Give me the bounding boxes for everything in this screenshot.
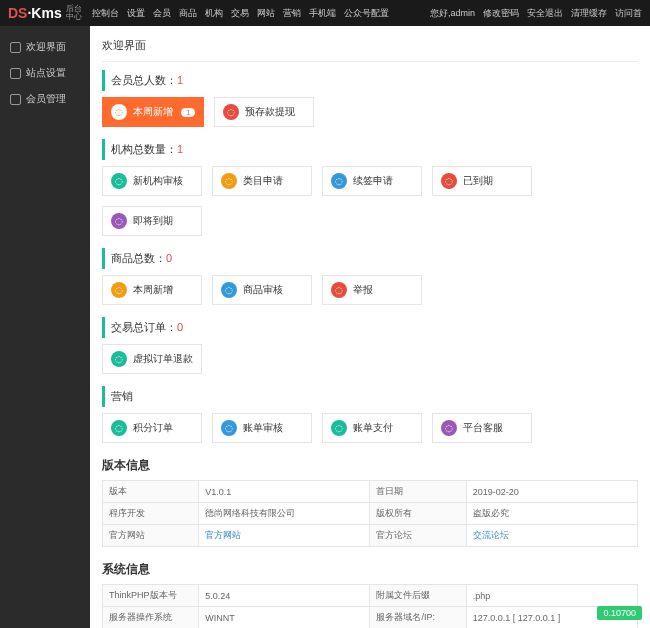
tile-账单支付[interactable]: ◌账单支付 <box>322 413 422 443</box>
logout-link[interactable]: 安全退出 <box>527 7 563 20</box>
main: 欢迎界面 会员总人数：1◌本周新增1◌预存款提现机构总数量：1◌新机构审核◌类目… <box>90 26 650 628</box>
tile-续签申请[interactable]: ◌续签申请 <box>322 166 422 196</box>
top-nav: 控制台设置会员商品机构交易网站营销手机端公众号配置 <box>92 7 430 20</box>
tile-icon: ◌ <box>221 173 237 189</box>
tile-icon: ◌ <box>441 420 457 436</box>
tile-label: 平台客服 <box>463 421 503 435</box>
tile-icon: ◌ <box>111 282 127 298</box>
tile-icon: ◌ <box>111 420 127 436</box>
nav-设置[interactable]: 设置 <box>127 7 145 20</box>
tile-label: 新机构审核 <box>133 174 183 188</box>
tile-即将到期[interactable]: ◌即将到期 <box>102 206 202 236</box>
section-marketing: 营销◌积分订单◌账单审核◌账单支付◌平台客服 <box>102 386 638 443</box>
page-title: 欢迎界面 <box>102 34 638 62</box>
info-key: 官方论坛 <box>370 525 466 547</box>
sidebar-item[interactable]: 站点设置 <box>0 60 90 86</box>
info-value: WINNT <box>199 607 370 629</box>
logo: DS·Kms <box>8 5 62 21</box>
sidebar-item[interactable]: 欢迎界面 <box>0 34 90 60</box>
perf-badge: 0.10700 <box>597 606 642 620</box>
section-header: 商品总数：0 <box>102 248 638 269</box>
tile-icon: ◌ <box>111 213 127 229</box>
tile-icon: ◌ <box>223 104 239 120</box>
info-key: ThinkPHP版本号 <box>103 585 199 607</box>
info-value: 2019-02-20 <box>466 481 637 503</box>
tile-虚拟订单退款[interactable]: ◌虚拟订单退款 <box>102 344 202 374</box>
section-orgs: 机构总数量：1◌新机构审核◌类目申请◌续签申请◌已到期◌即将到期 <box>102 139 638 236</box>
tile-商品审核[interactable]: ◌商品审核 <box>212 275 312 305</box>
tile-icon: ◌ <box>111 104 127 120</box>
section-header: 营销 <box>102 386 638 407</box>
info-value: 德尚网络科技有限公司 <box>199 503 370 525</box>
nav-控制台[interactable]: 控制台 <box>92 7 119 20</box>
section-goods: 商品总数：0◌本周新增◌商品审核◌举报 <box>102 248 638 305</box>
hello-user: 您好,admin <box>430 7 475 20</box>
badge: 1 <box>181 108 195 117</box>
top-right: 您好,admin 修改密码 安全退出 清理缓存 访问首 <box>430 7 642 20</box>
nav-网站[interactable]: 网站 <box>257 7 275 20</box>
system-table: ThinkPHP版本号5.0.24附属文件后缀.php服务器操作系统WINNT服… <box>102 584 638 628</box>
tile-icon: ◌ <box>331 173 347 189</box>
nav-机构[interactable]: 机构 <box>205 7 223 20</box>
tile-本周新增[interactable]: ◌本周新增 <box>102 275 202 305</box>
info-value: 官方网站 <box>199 525 370 547</box>
section-orders: 交易总订单：0◌虚拟订单退款 <box>102 317 638 374</box>
tile-label: 商品审核 <box>243 283 283 297</box>
nav-营销[interactable]: 营销 <box>283 7 301 20</box>
nav-公众号配置[interactable]: 公众号配置 <box>344 7 389 20</box>
info-key: 服务器操作系统 <box>103 607 199 629</box>
tile-icon: ◌ <box>111 173 127 189</box>
tile-label: 举报 <box>353 283 373 297</box>
tile-icon: ◌ <box>111 351 127 367</box>
nav-交易[interactable]: 交易 <box>231 7 249 20</box>
info-value: V1.0.1 <box>199 481 370 503</box>
logo-sub: 后台中心 <box>66 5 82 21</box>
sidebar-item[interactable]: 会员管理 <box>0 86 90 112</box>
tile-label: 积分订单 <box>133 421 173 435</box>
section-header: 机构总数量：1 <box>102 139 638 160</box>
sidebar-label: 欢迎界面 <box>26 40 66 54</box>
tile-积分订单[interactable]: ◌积分订单 <box>102 413 202 443</box>
sidebar-label: 会员管理 <box>26 92 66 106</box>
system-info-title: 系统信息 <box>102 561 638 578</box>
nav-手机端[interactable]: 手机端 <box>309 7 336 20</box>
tile-预存款提现[interactable]: ◌预存款提现 <box>214 97 314 127</box>
tile-账单审核[interactable]: ◌账单审核 <box>212 413 312 443</box>
tile-icon: ◌ <box>331 420 347 436</box>
tile-已到期[interactable]: ◌已到期 <box>432 166 532 196</box>
tile-label: 本周新增 <box>133 105 173 119</box>
clear-cache-link[interactable]: 清理缓存 <box>571 7 607 20</box>
menu-icon <box>10 42 21 53</box>
link[interactable]: 交流论坛 <box>473 530 509 540</box>
menu-icon <box>10 94 21 105</box>
menu-icon <box>10 68 21 79</box>
tile-icon: ◌ <box>221 420 237 436</box>
link[interactable]: 官方网站 <box>205 530 241 540</box>
visit-site-link[interactable]: 访问首 <box>615 7 642 20</box>
tile-label: 本周新增 <box>133 283 173 297</box>
tile-新机构审核[interactable]: ◌新机构审核 <box>102 166 202 196</box>
nav-会员[interactable]: 会员 <box>153 7 171 20</box>
tile-icon: ◌ <box>331 282 347 298</box>
tile-label: 类目申请 <box>243 174 283 188</box>
info-key: 附属文件后缀 <box>370 585 466 607</box>
tile-类目申请[interactable]: ◌类目申请 <box>212 166 312 196</box>
tile-label: 续签申请 <box>353 174 393 188</box>
tile-平台客服[interactable]: ◌平台客服 <box>432 413 532 443</box>
tile-label: 账单支付 <box>353 421 393 435</box>
section-header: 会员总人数：1 <box>102 70 638 91</box>
info-key: 版权所有 <box>370 503 466 525</box>
tile-icon: ◌ <box>221 282 237 298</box>
tile-label: 虚拟订单退款 <box>133 352 193 366</box>
version-info-title: 版本信息 <box>102 457 638 474</box>
info-value: .php <box>466 585 637 607</box>
tile-label: 预存款提现 <box>245 105 295 119</box>
nav-商品[interactable]: 商品 <box>179 7 197 20</box>
info-key: 官方网站 <box>103 525 199 547</box>
change-password-link[interactable]: 修改密码 <box>483 7 519 20</box>
tile-举报[interactable]: ◌举报 <box>322 275 422 305</box>
tile-本周新增[interactable]: ◌本周新增1 <box>102 97 204 127</box>
info-value: 盗版必究 <box>466 503 637 525</box>
topbar: DS·Kms 后台中心 控制台设置会员商品机构交易网站营销手机端公众号配置 您好… <box>0 0 650 26</box>
tile-label: 即将到期 <box>133 214 173 228</box>
